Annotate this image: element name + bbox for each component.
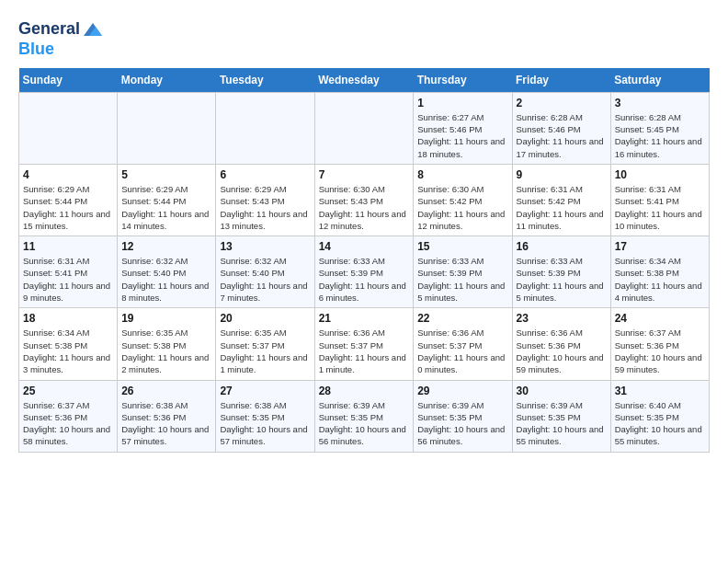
calendar-cell: 22Sunrise: 6:36 AM Sunset: 5:37 PM Dayli… [414,308,512,380]
calendar-cell: 7Sunrise: 6:30 AM Sunset: 5:43 PM Daylig… [314,164,414,236]
day-info: Sunrise: 6:28 AM Sunset: 5:45 PM Dayligh… [615,111,705,160]
header-cell-tuesday: Tuesday [216,68,314,93]
calendar-cell: 27Sunrise: 6:38 AM Sunset: 5:35 PM Dayli… [216,380,314,452]
calendar-body: 1Sunrise: 6:27 AM Sunset: 5:46 PM Daylig… [19,92,710,452]
day-info: Sunrise: 6:35 AM Sunset: 5:37 PM Dayligh… [220,327,310,375]
day-info: Sunrise: 6:28 AM Sunset: 5:46 PM Dayligh… [517,111,607,160]
day-number: 28 [319,385,410,397]
calendar-cell: 13Sunrise: 6:32 AM Sunset: 5:40 PM Dayli… [216,236,314,308]
day-number: 22 [417,312,507,325]
week-row-5: 25Sunrise: 6:37 AM Sunset: 5:36 PM Dayli… [19,380,710,452]
week-row-1: 1Sunrise: 6:27 AM Sunset: 5:46 PM Daylig… [19,92,710,164]
logo: General Blue [18,18,104,59]
day-number: 1 [417,97,507,109]
day-number: 11 [23,240,113,253]
day-info: Sunrise: 6:38 AM Sunset: 5:35 PM Dayligh… [220,399,310,448]
day-info: Sunrise: 6:36 AM Sunset: 5:36 PM Dayligh… [517,327,607,375]
calendar-cell: 8Sunrise: 6:30 AM Sunset: 5:42 PM Daylig… [414,164,512,236]
calendar-header: SundayMondayTuesdayWednesdayThursdayFrid… [19,68,710,93]
day-info: Sunrise: 6:36 AM Sunset: 5:37 PM Dayligh… [417,327,507,375]
day-info: Sunrise: 6:39 AM Sunset: 5:35 PM Dayligh… [417,399,507,448]
day-number: 24 [615,312,705,325]
calendar-cell: 21Sunrise: 6:36 AM Sunset: 5:37 PM Dayli… [314,308,414,380]
calendar-cell: 3Sunrise: 6:28 AM Sunset: 5:45 PM Daylig… [610,92,709,164]
header-cell-thursday: Thursday [414,68,512,93]
day-number: 12 [121,240,211,253]
header-cell-saturday: Saturday [610,68,709,93]
page-header: General Blue [18,18,710,59]
calendar-cell: 17Sunrise: 6:34 AM Sunset: 5:38 PM Dayli… [610,236,709,308]
week-row-4: 18Sunrise: 6:34 AM Sunset: 5:38 PM Dayli… [19,308,710,380]
header-cell-friday: Friday [512,68,610,93]
day-info: Sunrise: 6:33 AM Sunset: 5:39 PM Dayligh… [417,255,507,304]
day-number: 5 [121,168,211,181]
day-number: 17 [615,240,705,253]
calendar-cell: 26Sunrise: 6:38 AM Sunset: 5:36 PM Dayli… [118,380,216,452]
day-info: Sunrise: 6:27 AM Sunset: 5:46 PM Dayligh… [417,111,507,160]
day-info: Sunrise: 6:33 AM Sunset: 5:39 PM Dayligh… [517,255,607,304]
calendar-cell: 9Sunrise: 6:31 AM Sunset: 5:42 PM Daylig… [512,164,610,236]
day-info: Sunrise: 6:30 AM Sunset: 5:42 PM Dayligh… [417,183,507,232]
day-number: 6 [220,168,310,181]
calendar-cell: 25Sunrise: 6:37 AM Sunset: 5:36 PM Dayli… [19,380,118,452]
day-info: Sunrise: 6:29 AM Sunset: 5:43 PM Dayligh… [220,183,310,232]
calendar-cell [118,92,216,164]
calendar-cell: 6Sunrise: 6:29 AM Sunset: 5:43 PM Daylig… [216,164,314,236]
day-info: Sunrise: 6:34 AM Sunset: 5:38 PM Dayligh… [615,255,705,304]
day-number: 15 [417,240,507,253]
day-info: Sunrise: 6:37 AM Sunset: 5:36 PM Dayligh… [615,327,705,375]
header-row: SundayMondayTuesdayWednesdayThursdayFrid… [19,68,710,93]
day-number: 29 [417,385,507,397]
day-info: Sunrise: 6:34 AM Sunset: 5:38 PM Dayligh… [23,327,113,375]
day-number: 14 [319,240,410,253]
day-info: Sunrise: 6:35 AM Sunset: 5:38 PM Dayligh… [121,327,211,375]
day-info: Sunrise: 6:40 AM Sunset: 5:35 PM Dayligh… [615,399,705,448]
week-row-2: 4Sunrise: 6:29 AM Sunset: 5:44 PM Daylig… [19,164,710,236]
day-info: Sunrise: 6:39 AM Sunset: 5:35 PM Dayligh… [517,399,607,448]
calendar-cell: 15Sunrise: 6:33 AM Sunset: 5:39 PM Dayli… [414,236,512,308]
day-number: 19 [121,312,211,325]
day-number: 9 [517,168,607,181]
day-info: Sunrise: 6:31 AM Sunset: 5:41 PM Dayligh… [615,183,705,232]
day-number: 26 [121,385,211,397]
day-number: 7 [319,168,410,181]
day-number: 4 [23,168,113,181]
day-number: 23 [517,312,607,325]
day-info: Sunrise: 6:39 AM Sunset: 5:35 PM Dayligh… [319,399,410,448]
day-info: Sunrise: 6:32 AM Sunset: 5:40 PM Dayligh… [220,255,310,304]
calendar-cell: 11Sunrise: 6:31 AM Sunset: 5:41 PM Dayli… [19,236,118,308]
day-info: Sunrise: 6:33 AM Sunset: 5:39 PM Dayligh… [319,255,410,304]
calendar-cell [216,92,314,164]
day-number: 18 [23,312,113,325]
day-number: 20 [220,312,310,325]
day-info: Sunrise: 6:36 AM Sunset: 5:37 PM Dayligh… [319,327,410,375]
day-number: 2 [517,97,607,109]
week-row-3: 11Sunrise: 6:31 AM Sunset: 5:41 PM Dayli… [19,236,710,308]
day-info: Sunrise: 6:30 AM Sunset: 5:43 PM Dayligh… [319,183,410,232]
day-number: 16 [517,240,607,253]
day-info: Sunrise: 6:38 AM Sunset: 5:36 PM Dayligh… [121,399,211,448]
calendar-cell: 12Sunrise: 6:32 AM Sunset: 5:40 PM Dayli… [118,236,216,308]
day-number: 30 [517,385,607,397]
day-info: Sunrise: 6:31 AM Sunset: 5:41 PM Dayligh… [23,255,113,304]
calendar-cell: 19Sunrise: 6:35 AM Sunset: 5:38 PM Dayli… [118,308,216,380]
day-number: 8 [417,168,507,181]
day-number: 27 [220,385,310,397]
calendar-cell: 29Sunrise: 6:39 AM Sunset: 5:35 PM Dayli… [414,380,512,452]
calendar-cell: 20Sunrise: 6:35 AM Sunset: 5:37 PM Dayli… [216,308,314,380]
day-number: 21 [319,312,410,325]
calendar-cell: 24Sunrise: 6:37 AM Sunset: 5:36 PM Dayli… [610,308,709,380]
calendar-cell: 31Sunrise: 6:40 AM Sunset: 5:35 PM Dayli… [610,380,709,452]
calendar-cell: 16Sunrise: 6:33 AM Sunset: 5:39 PM Dayli… [512,236,610,308]
header-cell-monday: Monday [118,68,216,93]
day-info: Sunrise: 6:31 AM Sunset: 5:42 PM Dayligh… [517,183,607,232]
header-cell-wednesday: Wednesday [314,68,414,93]
logo-text: General Blue [18,18,104,59]
day-number: 3 [615,97,705,109]
calendar-cell: 30Sunrise: 6:39 AM Sunset: 5:35 PM Dayli… [512,380,610,452]
calendar-cell [314,92,414,164]
day-number: 31 [615,385,705,397]
day-number: 13 [220,240,310,253]
calendar-cell [19,92,118,164]
calendar-cell: 1Sunrise: 6:27 AM Sunset: 5:46 PM Daylig… [414,92,512,164]
